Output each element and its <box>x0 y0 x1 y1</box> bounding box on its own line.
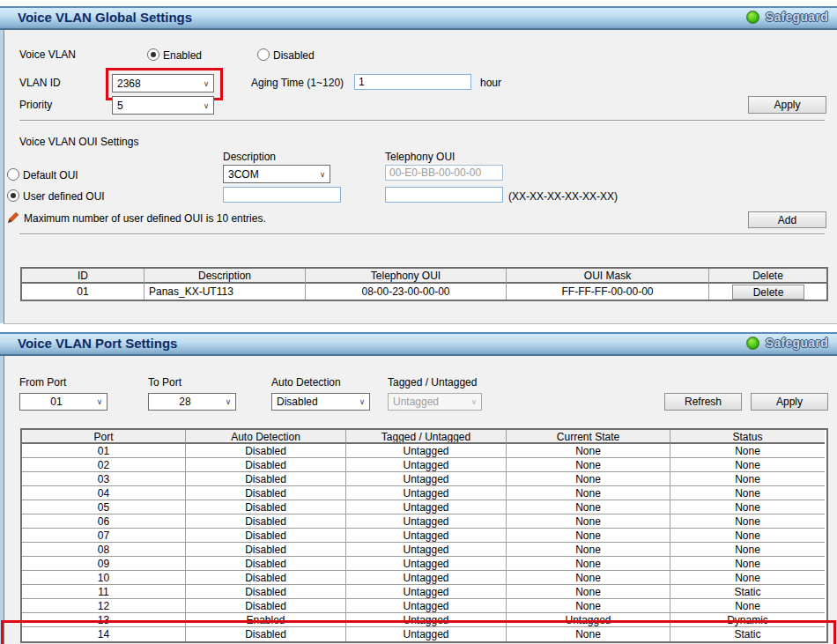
port-table-cell: Untagged <box>346 543 507 557</box>
user-oui-description-input[interactable] <box>223 187 341 203</box>
port-table-cell: 11 <box>22 585 186 599</box>
port-table-cell: None <box>507 627 670 641</box>
safeguard-logo: Safeguard <box>746 336 828 350</box>
port-table-cell: None <box>670 458 825 472</box>
port-table-row: 14DisabledUntaggedNoneStatic <box>22 627 826 641</box>
port-table-cell: Untagged <box>346 599 507 613</box>
oui-table-header: Description <box>144 269 306 284</box>
safeguard-label: Safeguard <box>766 336 828 350</box>
port-table-cell: None <box>670 444 825 458</box>
port-table-cell: Disabled <box>186 543 346 557</box>
port-settings-title-bar: Voice VLAN Port Settings Safeguard <box>0 332 837 356</box>
chevron-down-icon: ∨ <box>467 397 481 406</box>
port-table-cell: None <box>507 571 670 585</box>
port-table-cell: None <box>507 458 670 472</box>
port-table-row: 08DisabledUntaggedNoneNone <box>22 543 826 557</box>
port-table-cell: None <box>507 444 670 458</box>
port-table-cell: None <box>670 514 825 529</box>
port-table-cell: 09 <box>22 557 186 571</box>
oui-table-row: 01 Panas_KX-UT113 08-00-23-00-00-00 FF-F… <box>22 284 826 300</box>
to-port-select[interactable]: 28 ∨ <box>148 393 236 411</box>
port-table-row: 01DisabledUntaggedNoneNone <box>22 444 826 458</box>
port-table-row: 10DisabledUntaggedNoneNone <box>22 571 826 585</box>
chevron-down-icon: ∨ <box>355 397 369 406</box>
port-table-header: Status <box>670 430 825 444</box>
tagged-untagged-label: Tagged / Untagged <box>388 376 477 389</box>
voice-vlan-enabled-label: Enabled <box>163 49 202 62</box>
port-table-cell: Untagged <box>346 585 507 599</box>
from-port-label: From Port <box>19 376 66 389</box>
voice-vlan-enabled-radio[interactable] <box>147 48 159 61</box>
default-oui-radio[interactable] <box>7 168 19 181</box>
port-table-cell: Disabled <box>186 599 346 613</box>
vlan-id-value: 2368 <box>113 78 199 90</box>
port-table-header: Tagged / Untagged <box>346 430 507 444</box>
port-table-row: 04DisabledUntaggedNoneNone <box>22 486 826 500</box>
oui-table-header: Telephony OUI <box>306 269 507 284</box>
priority-select[interactable]: 5 ∨ <box>112 96 214 115</box>
port-table-cell: Untagged <box>346 557 507 571</box>
tagged-untagged-select: Untagged ∨ <box>388 393 482 411</box>
voice-vlan-disabled-label: Disabled <box>273 49 315 62</box>
safeguard-label: Safeguard <box>766 10 828 24</box>
port-table-cell: Disabled <box>186 627 346 641</box>
voice-vlan-disabled-radio[interactable] <box>257 48 270 61</box>
port-table-cell: None <box>507 543 670 557</box>
delete-oui-button[interactable]: Delete <box>732 285 804 300</box>
port-table-header: Auto Detection <box>186 430 346 444</box>
port-table-cell: Untagged <box>346 472 507 486</box>
port-table-cell: 08 <box>22 543 186 557</box>
auto-detection-select[interactable]: Disabled ∨ <box>271 393 370 411</box>
chevron-down-icon: ∨ <box>315 170 330 179</box>
port-table-cell: Disabled <box>186 472 346 486</box>
port-table-cell: Untagged <box>346 500 507 514</box>
vlan-id-label: VLAN ID <box>19 77 61 89</box>
port-table-cell: Untagged <box>346 514 507 529</box>
separator <box>19 233 825 235</box>
port-table-cell: None <box>507 599 670 613</box>
port-table-cell: Disabled <box>186 458 346 472</box>
oui-table-header: ID <box>22 269 144 284</box>
vlan-id-select[interactable]: 2368 ∨ <box>112 74 214 93</box>
page-title: Voice VLAN Global Settings <box>18 10 192 25</box>
port-table-row: 13EnabledUntaggedUntaggedDynamic <box>22 613 826 627</box>
port-table-cell: 05 <box>22 500 186 514</box>
user-telephony-oui-input[interactable] <box>385 187 503 203</box>
from-port-value: 01 <box>20 396 93 408</box>
default-oui-description-select[interactable]: 3COM ∨ <box>223 165 330 183</box>
to-port-label: To Port <box>148 376 181 389</box>
port-table-cell: None <box>670 486 825 500</box>
hour-label: hour <box>480 77 501 89</box>
refresh-button[interactable]: Refresh <box>664 393 742 411</box>
port-table-cell: Untagged <box>346 529 507 543</box>
port-apply-button[interactable]: Apply <box>751 393 828 411</box>
chevron-down-icon: ∨ <box>221 397 235 406</box>
global-apply-button[interactable]: Apply <box>748 96 826 114</box>
auto-detection-value: Disabled <box>272 396 355 408</box>
global-settings-title-bar: Voice VLAN Global Settings Safeguard <box>0 6 837 30</box>
chevron-down-icon: ∨ <box>93 397 107 406</box>
chevron-down-icon: ∨ <box>199 79 213 88</box>
port-table-cell: Enabled <box>186 613 346 627</box>
oui-table: ID Description Telephony OUI OUI Mask De… <box>20 267 828 301</box>
port-table-cell: Untagged <box>346 444 507 458</box>
safeguard-status-icon <box>746 337 759 350</box>
port-table-cell: Disabled <box>186 486 346 500</box>
port-table-cell: 02 <box>22 458 186 472</box>
priority-label: Priority <box>19 99 52 111</box>
port-table-cell: Untagged <box>346 571 507 585</box>
port-table-row: 11DisabledUntaggedNoneStatic <box>22 585 826 599</box>
port-table-row: 12DisabledUntaggedNoneNone <box>22 599 826 613</box>
port-table-cell: Untagged <box>507 613 670 627</box>
default-oui-description-value: 3COM <box>224 168 315 181</box>
oui-table-header-row: ID Description Telephony OUI OUI Mask De… <box>22 269 826 284</box>
port-table-cell: None <box>670 500 825 514</box>
port-table-cell: 06 <box>22 514 186 529</box>
port-table-cell: 04 <box>22 486 186 500</box>
port-table-cell: 01 <box>22 444 186 458</box>
aging-time-input[interactable] <box>354 74 471 90</box>
port-table-cell: None <box>507 529 670 543</box>
add-oui-button[interactable]: Add <box>748 211 826 228</box>
from-port-select[interactable]: 01 ∨ <box>19 393 107 411</box>
user-defined-oui-radio[interactable] <box>7 189 19 202</box>
